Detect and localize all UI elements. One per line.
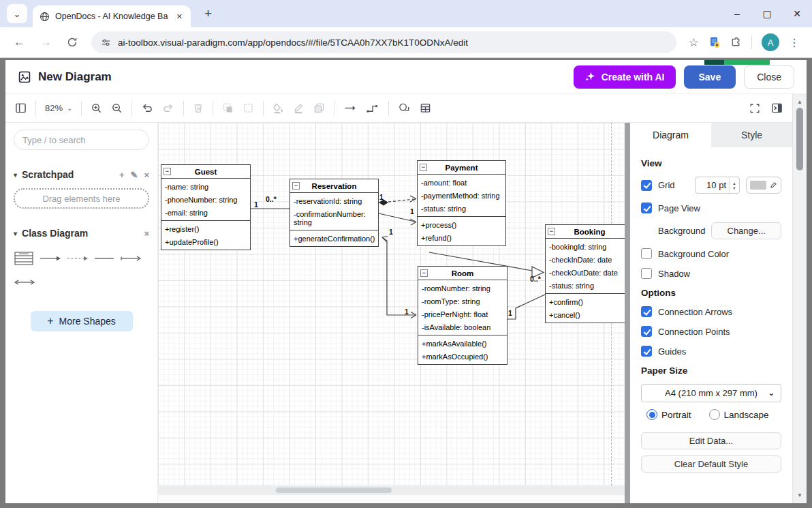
guides-checkbox[interactable] [641, 346, 652, 357]
new-tab-button[interactable]: + [199, 6, 217, 21]
connection-points-checkbox[interactable] [641, 326, 652, 337]
zoom-level-dropdown[interactable]: 82% ⌄ [45, 103, 72, 113]
search-input[interactable] [14, 130, 149, 150]
tab-close-icon[interactable]: ✕ [174, 11, 185, 23]
bookmark-star-icon[interactable]: ☆ [689, 35, 699, 50]
delete-icon[interactable] [193, 102, 204, 114]
navigable-connector-item[interactable] [120, 254, 142, 263]
create-with-ai-label: Create with AI [602, 72, 665, 83]
section-close-icon[interactable]: × [144, 228, 149, 239]
scroll-up-icon[interactable]: ▲ [797, 94, 802, 108]
scratchpad-title: Scratchpad [22, 169, 74, 180]
close-window-icon[interactable]: ✕ [782, 8, 812, 19]
paper-size-select[interactable]: A4 (210 mm x 297 mm) ⌄ [641, 384, 781, 402]
class-diagram-section-header[interactable]: ▾ Class Diagram × [14, 228, 149, 239]
scratchpad-close-icon[interactable]: × [144, 170, 149, 180]
uml-class-payment[interactable]: −Payment-amount: float-paymentMethod: st… [417, 160, 506, 246]
bidirectional-connector-item[interactable] [14, 278, 35, 286]
straight-connector-icon[interactable] [343, 102, 357, 114]
diagram-canvas[interactable]: −Guest-name: string-phoneNumber: string-… [158, 123, 625, 485]
browser-tab-strip: ⌄ OpenDocs - AI Knowledge Base ✕ + – ▢ ✕ [0, 0, 812, 27]
connection-arrows-checkbox[interactable] [641, 306, 652, 317]
elbow-connector-icon[interactable] [366, 102, 379, 114]
dependency-connector-item[interactable] [67, 254, 89, 263]
grid-size-input[interactable]: 10 pt ▴ ▾ [695, 177, 740, 194]
multiplicity-label: 0..* [530, 275, 541, 283]
stepper-down-icon[interactable]: ▾ [733, 185, 735, 190]
collapse-icon[interactable]: − [420, 164, 427, 171]
reload-icon[interactable] [61, 34, 83, 50]
horizontal-scrollbar-thumb[interactable] [276, 488, 392, 493]
globe-favicon-icon [40, 12, 50, 22]
class-shape-item[interactable] [14, 251, 34, 266]
scratchpad-section-header[interactable]: ▾ Scratchpad + ✎ × [14, 169, 149, 180]
select-area-icon[interactable] [243, 102, 254, 114]
uml-attribute: -checkInDate: date [546, 253, 625, 266]
grid-color-button[interactable] [746, 177, 781, 194]
edit-data-button[interactable]: Edit Data... [641, 432, 781, 449]
vertical-scrollbar-thumb[interactable] [796, 108, 803, 170]
redo-icon[interactable] [162, 102, 174, 114]
toggle-right-panel-icon[interactable] [771, 102, 783, 114]
bring-forward-icon[interactable] [222, 102, 234, 114]
multiplicity-label: 1 [389, 228, 393, 236]
undo-icon[interactable] [141, 102, 153, 114]
back-icon[interactable]: ← [8, 33, 31, 52]
background-change-button[interactable]: Change... [711, 222, 781, 239]
url-bar[interactable]: ai-toolbox.visual-paradigm.com/app/opend… [91, 31, 676, 53]
line-color-icon[interactable] [293, 102, 304, 114]
forward-icon[interactable]: → [35, 33, 57, 52]
uml-class-guest[interactable]: −Guest-name: string-phoneNumber: string-… [161, 164, 251, 250]
vertical-scrollbar[interactable]: ▲ ▼ [792, 94, 807, 503]
collapse-icon[interactable]: − [420, 269, 428, 277]
scroll-down-icon[interactable]: ▼ [797, 490, 802, 503]
minimize-icon[interactable]: – [722, 8, 752, 19]
zoom-in-icon[interactable] [91, 102, 102, 114]
horizontal-scrollbar[interactable] [158, 485, 625, 495]
tab-search-button[interactable]: ⌄ [7, 4, 27, 23]
grid-size-stepper[interactable]: ▴ ▾ [729, 177, 739, 193]
stepper-up-icon[interactable]: ▴ [733, 181, 735, 185]
save-button[interactable]: Save [684, 65, 736, 89]
uml-attribute: -status: string [546, 279, 625, 292]
portrait-radio[interactable] [646, 409, 657, 420]
landscape-radio[interactable] [709, 409, 720, 420]
tab-style[interactable]: Style [711, 123, 792, 147]
multiplicity-label: 1 [379, 193, 384, 201]
zoom-out-icon[interactable] [111, 102, 123, 114]
maximize-icon[interactable]: ▢ [752, 8, 782, 19]
grid-checkbox[interactable] [641, 180, 652, 191]
kebab-menu-icon[interactable]: ⋮ [789, 36, 800, 49]
plain-line-connector-item[interactable] [94, 254, 114, 263]
uml-class-room[interactable]: −Room-roomNumber: string-roomType: strin… [418, 266, 507, 365]
collapse-icon[interactable]: − [548, 228, 555, 235]
collapse-icon[interactable]: − [292, 182, 300, 190]
shadow-checkbox[interactable] [641, 268, 652, 279]
fullscreen-icon[interactable] [749, 102, 760, 114]
insert-table-icon[interactable] [420, 102, 431, 114]
fill-color-icon[interactable] [272, 102, 284, 114]
uml-class-booking[interactable]: −Booking-bookingId: string-checkInDate: … [545, 224, 625, 323]
page-view-label: Page View [658, 203, 700, 213]
page-view-checkbox[interactable] [641, 203, 652, 213]
create-with-ai-button[interactable]: Create with AI [574, 65, 676, 89]
collapse-icon[interactable]: − [163, 168, 171, 175]
browser-tab[interactable]: OpenDocs - AI Knowledge Base ✕ [33, 5, 191, 27]
extensions-puzzle-icon[interactable] [730, 37, 742, 48]
scratchpad-dropzone[interactable]: Drag elements here [14, 188, 149, 209]
uml-class-reservation[interactable]: −Reservation-reservationId: string-confi… [290, 179, 379, 247]
copy-style-icon[interactable] [313, 102, 325, 114]
toggle-left-panel-icon[interactable] [15, 102, 27, 114]
insert-shape-icon[interactable] [398, 102, 411, 114]
association-connector-item[interactable] [40, 254, 61, 263]
more-shapes-button[interactable]: + More Shapes [31, 311, 133, 331]
scratchpad-add-icon[interactable]: + [119, 170, 125, 180]
uml-method: +markAsAvailable() [418, 337, 507, 350]
close-button[interactable]: Close [744, 65, 794, 89]
background-color-checkbox[interactable] [641, 248, 652, 259]
avatar[interactable]: A [762, 33, 779, 51]
tab-diagram[interactable]: Diagram [630, 123, 711, 147]
scratchpad-edit-icon[interactable]: ✎ [131, 170, 138, 180]
docs-offline-icon[interactable] [708, 36, 721, 48]
clear-default-style-button[interactable]: Clear Default Style [641, 455, 781, 473]
